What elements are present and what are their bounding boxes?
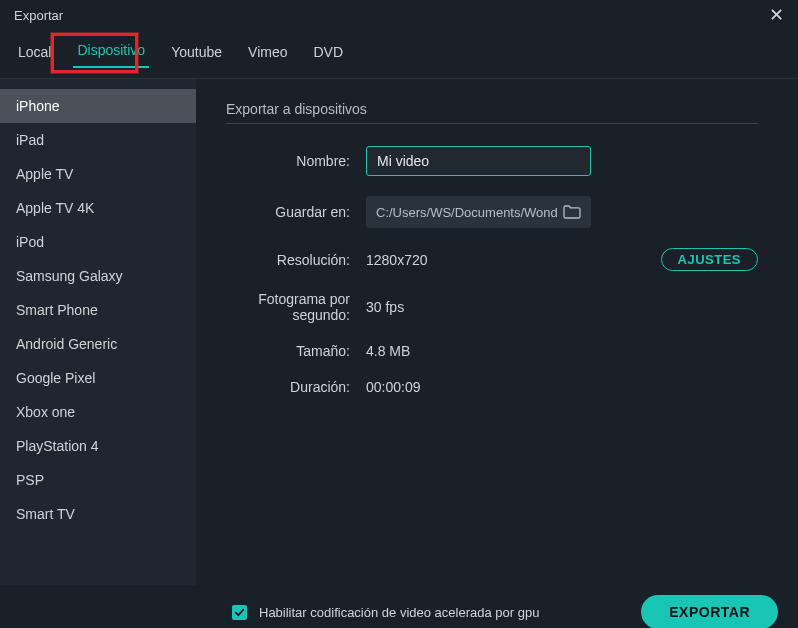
device-google-pixel[interactable]: Google Pixel [0,361,196,395]
device-xbox-one[interactable]: Xbox one [0,395,196,429]
device-samsung-galaxy[interactable]: Samsung Galaxy [0,259,196,293]
device-iphone[interactable]: iPhone [0,89,196,123]
section-title: Exportar a dispositivos [226,101,758,124]
value-resolucion: 1280x720 [366,252,466,268]
value-fps: 30 fps [366,299,404,315]
label-guardar-en: Guardar en: [226,204,366,220]
value-tamano: 4.8 MB [366,343,410,359]
row-resolucion: Resolución: 1280x720 AJUSTES [226,248,758,271]
tab-dvd[interactable]: DVD [309,40,347,68]
tab-youtube[interactable]: Youtube [167,40,226,68]
body: iPhone iPad Apple TV Apple TV 4K iPod Sa… [0,79,798,585]
device-apple-tv[interactable]: Apple TV [0,157,196,191]
ajustes-button[interactable]: AJUSTES [661,248,758,271]
device-smart-tv[interactable]: Smart TV [0,497,196,531]
label-duracion: Duración: [226,379,366,395]
label-tamano: Tamaño: [226,343,366,359]
device-android-generic[interactable]: Android Generic [0,327,196,361]
device-sidebar: iPhone iPad Apple TV Apple TV 4K iPod Sa… [0,79,196,585]
close-icon[interactable]: ✕ [765,6,788,24]
footer: Habilitar codificación de video acelerad… [0,585,798,628]
label-resolucion: Resolución: [226,252,366,268]
device-psp[interactable]: PSP [0,463,196,497]
titlebar: Exportar ✕ [0,0,798,32]
tab-local[interactable]: Local [14,40,55,68]
nombre-input[interactable] [366,146,591,176]
row-guardar-en: Guardar en: C:/Users/WS/Documents/Wonder… [226,196,758,228]
label-nombre: Nombre: [226,153,366,169]
guardar-en-field[interactable]: C:/Users/WS/Documents/Wonders [366,196,591,228]
check-icon [234,607,245,618]
row-tamano: Tamaño: 4.8 MB [226,343,758,359]
content-panel: Exportar a dispositivos Nombre: Guardar … [196,79,798,585]
folder-icon [563,205,581,219]
value-duracion: 00:00:09 [366,379,421,395]
export-button[interactable]: EXPORTAR [641,595,778,628]
tab-dispositivo[interactable]: Dispositivo [73,38,149,68]
gpu-label: Habilitar codificación de video acelerad… [259,605,539,620]
row-duracion: Duración: 00:00:09 [226,379,758,395]
gpu-checkbox[interactable] [232,605,247,620]
device-playstation-4[interactable]: PlayStation 4 [0,429,196,463]
device-ipod[interactable]: iPod [0,225,196,259]
device-ipad[interactable]: iPad [0,123,196,157]
device-smart-phone[interactable]: Smart Phone [0,293,196,327]
device-apple-tv-4k[interactable]: Apple TV 4K [0,191,196,225]
window-title: Exportar [14,8,63,23]
row-fps: Fotograma por segundo: 30 fps [226,291,758,323]
row-nombre: Nombre: [226,146,758,176]
export-tabs: Local Dispositivo Youtube Vimeo DVD [0,32,798,79]
label-fps: Fotograma por segundo: [226,291,366,323]
guardar-en-path: C:/Users/WS/Documents/Wonders [376,205,557,220]
tab-vimeo[interactable]: Vimeo [244,40,291,68]
